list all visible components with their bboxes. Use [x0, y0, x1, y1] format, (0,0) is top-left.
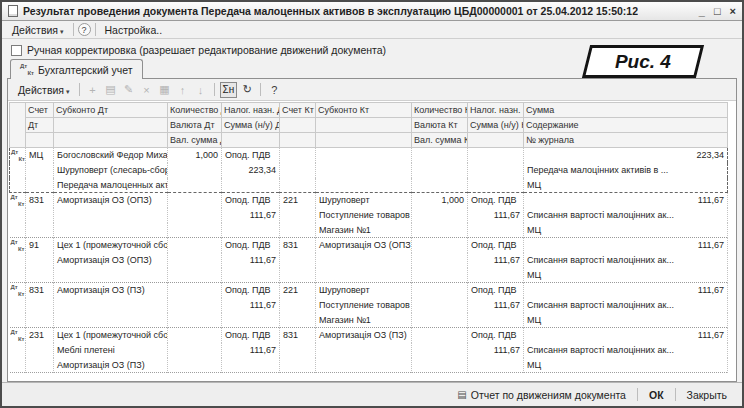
cell-val-sum-dt — [168, 178, 222, 193]
cell-subconto-dt: Передача малоценных активов в... — [54, 178, 168, 193]
header-qty-kt: Количество Кт — [412, 103, 468, 118]
grid-actions-menu[interactable]: Действия▾ — [13, 83, 75, 97]
help-icon[interactable]: ? — [78, 23, 91, 36]
manual-correction-label: Ручная корректировка (разрешает редактир… — [27, 44, 386, 56]
header-subconto-kt-3 — [316, 133, 412, 148]
cell-val-sum-kt — [412, 268, 468, 283]
cell-currency-kt — [412, 163, 468, 178]
row-marker-cell: ДтКт — [10, 193, 26, 238]
cell-currency-kt — [412, 298, 468, 313]
window-title: Результат проведения документа Передача … — [23, 5, 638, 17]
cell-tax-dt: Опод. ПДВ — [222, 238, 280, 253]
cell-val-sum-kt — [412, 223, 468, 238]
header-row-marker — [10, 103, 26, 148]
close-button[interactable]: × — [730, 6, 736, 17]
move-up-icon[interactable]: ↑ — [175, 82, 191, 98]
ok-button[interactable]: ОК — [642, 387, 671, 403]
cell-tax-kt: Опод. ПДВ — [468, 193, 524, 208]
cell-subconto-dt: Амортизація ОЗ (ОПЗ) — [54, 253, 168, 268]
cell-tax-kt: Опод. ПДВ — [468, 283, 524, 298]
actions-menu[interactable]: Действия▾ — [7, 23, 69, 37]
cell-val-sum-dt — [168, 223, 222, 238]
header-tax-dt: Налог. назн. Дт — [222, 103, 280, 118]
tab-label: Бухгалтерский учет — [38, 64, 133, 76]
cell-qty-kt — [412, 238, 468, 253]
cell-amount: 111,67 — [524, 328, 728, 343]
dtkt-icon: ДтКт — [11, 149, 25, 162]
cell-account-dt: 91 — [26, 238, 54, 283]
help-icon[interactable]: ? — [266, 82, 282, 98]
minimize-button[interactable]: _ — [699, 6, 705, 17]
table-row[interactable]: ДтКт МЦ Богословский Федор Михайлович 1,… — [10, 148, 728, 193]
cell-tax-kt-3 — [468, 178, 524, 193]
cell-journal: МЦ — [524, 313, 728, 328]
cell-tax-kt-3 — [468, 313, 524, 328]
tab-accounting[interactable]: ДтКт Бухгалтерский учет — [10, 59, 143, 79]
header-sum-nu-kt: Сумма (н/у) Кт — [468, 118, 524, 133]
table-row[interactable]: ДтКт 231 Цех 1 (промежуточной сборки) Оп… — [10, 328, 728, 373]
cell-qty-kt — [412, 328, 468, 343]
cell-val-sum-kt — [412, 358, 468, 373]
cell-subconto-kt — [316, 148, 412, 163]
cell-subconto-kt — [316, 253, 412, 268]
edit-icon[interactable]: ✎ — [121, 82, 137, 98]
move-down-icon[interactable]: ↓ — [193, 82, 209, 98]
bottom-button-bar: ▤ Отчет по движениям документа ОК Закрыт… — [2, 382, 742, 406]
cell-subconto-kt: Поступление товаров и... — [316, 208, 412, 223]
manual-correction-row: Ручная корректировка (разрешает редактир… — [11, 44, 386, 56]
close-button-footer[interactable]: Закрыть — [680, 387, 734, 403]
separator — [95, 23, 96, 36]
cell-subconto-dt — [54, 208, 168, 223]
cell-val-sum-dt — [168, 268, 222, 283]
cell-subconto-dt: Богословский Федор Михайлович — [54, 148, 168, 163]
cell-currency-kt — [412, 208, 468, 223]
copy-icon[interactable]: ▤ — [103, 82, 119, 98]
cell-journal: МЦ — [524, 178, 728, 193]
table-row[interactable]: ДтКт 831 Амортизація ОЗ (ПЗ) Опод. ПДВ 2… — [10, 283, 728, 328]
maximize-button[interactable]: □ — [714, 6, 721, 17]
report-movements-button[interactable]: ▤ Отчет по движениям документа — [450, 387, 633, 403]
cell-subconto-dt — [54, 223, 168, 238]
cell-subconto-dt: Цех 1 (промежуточной сборки) — [54, 328, 168, 343]
cell-account-dt: 831 — [26, 283, 54, 328]
settings-menu-item[interactable]: Настройка.. — [100, 23, 168, 37]
cell-content: Списання вартості малоцінних ак... — [524, 208, 728, 223]
refresh-icon[interactable]: ↻ — [239, 82, 255, 98]
cell-qty-dt — [168, 238, 222, 253]
header-account-kt: Счет Кт — [280, 103, 316, 118]
delete-icon[interactable]: × — [139, 82, 155, 98]
cell-tax-dt-3 — [222, 268, 280, 283]
cell-subconto-dt: Цех 1 (промежуточной сборки) — [54, 238, 168, 253]
cell-account-dt: 231 — [26, 328, 54, 373]
row-marker-cell: ДтКт — [10, 148, 26, 193]
table-header: Счет Субконто Дт Количество Дт Налог. на… — [10, 103, 728, 148]
table-row[interactable]: ДтКт 91 Цех 1 (промежуточной сборки) Опо… — [10, 238, 728, 283]
cell-val-sum-dt — [168, 358, 222, 373]
cell-sum-nu-kt — [468, 163, 524, 178]
cell-amount: 223,34 — [524, 148, 728, 163]
cell-content: Списання вартості малоцінних ак... — [524, 298, 728, 313]
add-icon[interactable]: + — [85, 82, 101, 98]
save-icon[interactable]: ▦ — [157, 82, 173, 98]
header-currency-dt: Валюта Дт — [168, 118, 222, 133]
header-tax-dt-3 — [222, 133, 280, 148]
cell-currency-dt — [168, 298, 222, 313]
table-row[interactable]: ДтКт 831 Амортизація ОЗ (ОПЗ) Опод. ПДВ … — [10, 193, 728, 238]
separator — [675, 388, 676, 401]
document-postings-window: Результат проведения документа Передача … — [0, 0, 744, 408]
header-tax-kt-3 — [468, 133, 524, 148]
cell-subconto-dt: Амортизація ОЗ (ПЗ) — [54, 358, 168, 373]
separator — [214, 83, 215, 96]
row-marker-cell: ДтКт — [10, 283, 26, 328]
cell-sum-nu-kt: 111,67 — [468, 343, 524, 358]
cell-currency-kt — [412, 343, 468, 358]
manual-correction-checkbox[interactable] — [11, 45, 22, 56]
cell-qty-dt — [168, 328, 222, 343]
cell-amount: 111,67 — [524, 193, 728, 208]
header-account-dt: Счет — [26, 103, 54, 118]
totals-icon[interactable]: Σн — [220, 82, 238, 98]
tab-strip: ДтКт Бухгалтерский учет — [10, 59, 143, 79]
window-controls: _ □ × — [699, 6, 736, 17]
cell-account-kt — [280, 148, 316, 193]
cell-val-sum-kt — [412, 178, 468, 193]
